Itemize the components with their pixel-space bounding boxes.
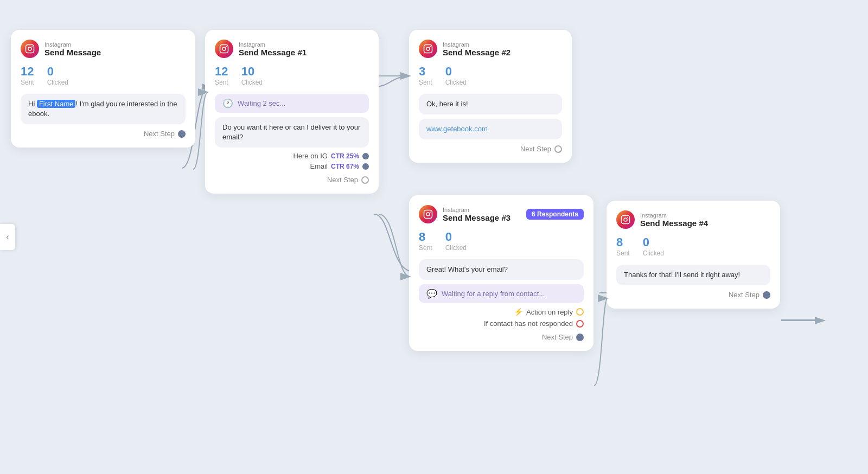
card1-sent-label: Sent (21, 79, 34, 86)
card4-stats: 8 Sent 0 Clicked (419, 230, 584, 252)
card1-message: Hi First Name! I'm glad you're intereste… (21, 94, 186, 124)
card4-not-responded-row: If contact has not responded (419, 319, 584, 328)
card2-ctr-ig: Here on IG CTR 25% (215, 152, 369, 160)
chevron-left-icon: ‹ (6, 232, 9, 242)
card3-clicked-number: 0 (445, 65, 452, 79)
svg-rect-3 (220, 45, 228, 53)
card1-sent-number: 12 (21, 65, 34, 79)
card4-next-step-row: Next Step (419, 333, 584, 341)
card5-title-block: Instagram Send Message #4 (640, 212, 708, 228)
card4-action-reply-label: Action on reply (526, 308, 573, 316)
card3-platform: Instagram (443, 41, 510, 48)
svg-point-2 (31, 46, 33, 47)
svg-point-10 (426, 213, 430, 216)
svg-rect-12 (622, 216, 630, 224)
card2-header: Instagram Send Message #1 (215, 40, 369, 58)
clock-icon: 🕐 (222, 98, 233, 108)
card5-clicked-label: Clicked (643, 249, 664, 257)
card4-title: Send Message #3 (443, 213, 510, 222)
card2-sent-stat: 12 Sent (215, 65, 228, 86)
svg-point-1 (28, 47, 31, 50)
card2-title: Send Message #1 (239, 48, 307, 57)
card-send-message-1: Instagram Send Message #1 12 Sent 10 Cli… (205, 30, 379, 194)
card3-title-block: Instagram Send Message #2 (443, 41, 510, 57)
card5-sent-label: Sent (616, 249, 630, 257)
card5-stats: 8 Sent 0 Clicked (616, 235, 770, 257)
card1-next-step-label: Next Step (144, 130, 175, 138)
card1-platform: Instagram (44, 41, 101, 48)
instagram-icon-5 (616, 210, 635, 229)
card1-next-step-row: Next Step (21, 130, 186, 138)
card1-header: Instagram Send Message (21, 40, 186, 58)
svg-point-13 (624, 218, 627, 221)
card3-clicked-label: Clicked (445, 79, 467, 86)
card3-next-step-row: Next Step (419, 145, 562, 153)
card4-message: Great! What's your email? (419, 259, 584, 280)
card3-text1: Ok, here it is! (426, 100, 468, 108)
card4-waiting-bubble: 💬 Waiting for a reply from contact... (419, 284, 584, 303)
ctr-ig-value: CTR 25% (331, 152, 359, 160)
card4-sent-label: Sent (419, 244, 432, 252)
card3-sent-label: Sent (419, 79, 432, 86)
svg-rect-0 (26, 45, 34, 53)
card4-badge: 6 Respondents (526, 209, 584, 220)
card2-message-text: Do you want it here or can I deliver it … (222, 123, 360, 141)
card4-not-responded-circle[interactable] (576, 320, 584, 328)
card2-waiting-text: Waiting 2 sec... (238, 99, 285, 107)
card3-clicked-stat: 0 Clicked (445, 65, 467, 86)
card2-stats: 12 Sent 10 Clicked (215, 65, 369, 86)
ctr-email-label: Email (310, 162, 328, 170)
svg-point-11 (430, 212, 431, 213)
workflow-canvas: ‹ Instagram Send Message 12 Sent 0 Click… (0, 0, 868, 474)
card4-next-step-circle[interactable] (576, 334, 584, 341)
svg-point-4 (222, 47, 226, 50)
card5-platform: Instagram (640, 212, 708, 219)
svg-point-5 (226, 46, 227, 47)
card4-platform: Instagram (443, 207, 510, 213)
card5-clicked-number: 0 (643, 235, 649, 249)
svg-point-8 (430, 46, 431, 47)
card4-waiting-text: Waiting for a reply from contact... (442, 290, 545, 298)
card3-link: www.getebook.com (426, 125, 488, 133)
card3-next-step-circle[interactable] (554, 145, 562, 153)
card2-clicked-number: 10 (241, 65, 254, 79)
card3-sent-number: 3 (419, 65, 425, 79)
card5-next-step-circle[interactable] (763, 291, 770, 299)
card3-title: Send Message #2 (443, 48, 510, 57)
card1-clicked-label: Clicked (47, 79, 68, 86)
card2-title-block: Instagram Send Message #1 (239, 41, 307, 57)
card4-sent-number: 8 (419, 230, 425, 244)
card5-next-step-label: Next Step (729, 291, 760, 299)
card3-stats: 3 Sent 0 Clicked (419, 65, 562, 86)
ctr-email-dot[interactable] (362, 163, 369, 170)
card1-clicked-stat: 0 Clicked (47, 65, 68, 86)
card2-message: Do you want it here or can I deliver it … (215, 117, 369, 148)
card5-message-text: Thanks for that! I'll send it right away… (624, 271, 740, 279)
card1-next-step-circle[interactable] (178, 130, 186, 138)
card2-next-step-circle[interactable] (361, 176, 369, 184)
card5-title: Send Message #4 (640, 219, 708, 228)
card5-sent-stat: 8 Sent (616, 235, 630, 257)
card1-stats: 12 Sent 0 Clicked (21, 65, 186, 86)
svg-rect-6 (424, 45, 432, 53)
instagram-icon-3 (419, 40, 437, 58)
card4-sent-stat: 8 Sent (419, 230, 432, 252)
card4-clicked-number: 0 (445, 230, 452, 244)
card4-action-reply-row: ⚡ Action on reply (419, 308, 584, 316)
instagram-icon-4 (419, 205, 437, 223)
card3-sent-stat: 3 Sent (419, 65, 432, 86)
nav-back-arrow[interactable]: ‹ (0, 224, 15, 250)
card5-sent-number: 8 (616, 235, 623, 249)
card4-action-reply-circle[interactable] (576, 308, 584, 316)
card4-next-step-label: Next Step (542, 333, 573, 341)
card4-message-text: Great! What's your email? (426, 265, 508, 273)
lightning-icon: ⚡ (514, 308, 523, 316)
card3-header: Instagram Send Message #2 (419, 40, 562, 58)
card2-clicked-label: Clicked (241, 79, 263, 86)
card1-title: Send Message (44, 48, 101, 57)
card2-next-step-label: Next Step (327, 176, 358, 184)
svg-point-7 (426, 47, 430, 50)
card-send-message: Instagram Send Message 12 Sent 0 Clicked… (11, 30, 195, 148)
card4-title-block: Instagram Send Message #3 (443, 207, 510, 222)
ctr-ig-dot[interactable] (362, 153, 369, 159)
